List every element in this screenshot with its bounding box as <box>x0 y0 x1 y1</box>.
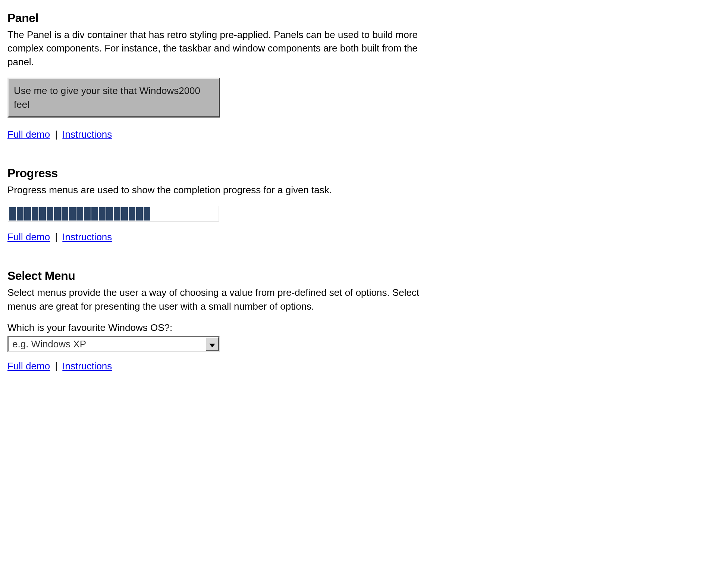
progress-block-filled <box>9 207 16 220</box>
progress-block-filled <box>129 207 135 220</box>
panel-heading: Panel <box>7 11 715 25</box>
os-select[interactable]: e.g. Windows XP <box>7 336 220 352</box>
caret-down-icon <box>209 338 215 350</box>
panel-description: The Panel is a div container that has re… <box>7 28 433 69</box>
progress-full-demo-link[interactable]: Full demo <box>7 231 50 243</box>
svg-marker-0 <box>209 344 215 347</box>
progress-block-filled <box>144 207 150 220</box>
select-dropdown-button[interactable] <box>205 337 219 351</box>
panel-full-demo-link[interactable]: Full demo <box>7 129 50 140</box>
progress-links: Full demo | Instructions <box>7 231 715 243</box>
progress-block-filled <box>17 207 23 220</box>
select-section: Select Menu Select menus provide the use… <box>7 269 715 372</box>
progress-instructions-link[interactable]: Instructions <box>62 231 112 243</box>
progress-block-filled <box>76 207 83 220</box>
progress-block-filled <box>62 207 68 220</box>
progress-block-filled <box>54 207 61 220</box>
select-label: Which is your favourite Windows OS?: <box>7 322 715 334</box>
select-heading: Select Menu <box>7 269 715 283</box>
progress-bar <box>7 206 219 222</box>
progress-block-filled <box>99 207 106 220</box>
progress-block-filled <box>91 207 98 220</box>
progress-description: Progress menus are used to show the comp… <box>7 183 433 197</box>
progress-heading: Progress <box>7 166 715 180</box>
progress-block-filled <box>24 207 31 220</box>
select-value: e.g. Windows XP <box>9 337 205 351</box>
progress-block-filled <box>84 207 91 220</box>
progress-block-filled <box>114 207 120 220</box>
panel-demo-box: Use me to give your site that Windows200… <box>7 78 220 118</box>
progress-block-filled <box>69 207 76 220</box>
progress-block-filled <box>136 207 143 220</box>
progress-block-filled <box>39 207 46 220</box>
pipe-separator: | <box>52 231 60 243</box>
panel-links: Full demo | Instructions <box>7 129 715 140</box>
select-instructions-link[interactable]: Instructions <box>62 360 112 372</box>
progress-section: Progress Progress menus are used to show… <box>7 166 715 243</box>
panel-section: Panel The Panel is a div container that … <box>7 11 715 140</box>
progress-block-filled <box>32 207 38 220</box>
panel-instructions-link[interactable]: Instructions <box>62 129 112 140</box>
select-description: Select menus provide the user a way of c… <box>7 286 433 313</box>
pipe-separator: | <box>52 129 60 140</box>
select-links: Full demo | Instructions <box>7 360 715 372</box>
progress-block-filled <box>47 207 53 220</box>
pipe-separator: | <box>52 360 60 372</box>
progress-block-filled <box>106 207 113 220</box>
progress-block-filled <box>121 207 128 220</box>
select-full-demo-link[interactable]: Full demo <box>7 360 50 372</box>
